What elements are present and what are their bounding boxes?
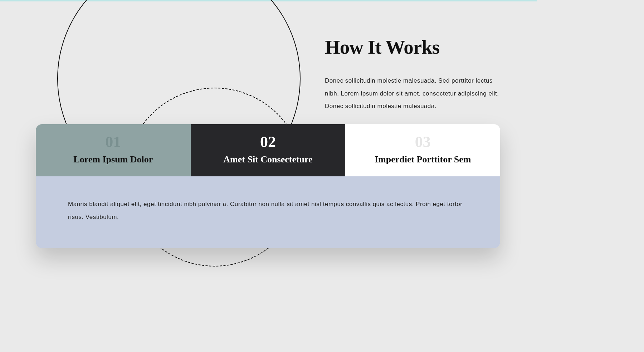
section-description: Donec sollicitudin molestie malesuada. S… bbox=[325, 74, 504, 113]
tab-number: 03 bbox=[349, 134, 497, 150]
tab-number: 01 bbox=[39, 134, 187, 150]
tab-content-panel: Mauris blandit aliquet elit, eget tincid… bbox=[36, 176, 500, 248]
section-title: How It Works bbox=[325, 36, 504, 58]
tab-number: 02 bbox=[194, 134, 342, 150]
tab-title: Lorem Ipsum Dolor bbox=[39, 154, 187, 165]
tab-title: Amet Sit Consecteture bbox=[194, 154, 342, 165]
tab-title: Imperdiet Porttitor Sem bbox=[349, 154, 497, 165]
tab-step-2[interactable]: 02 Amet Sit Consecteture bbox=[191, 124, 346, 176]
tab-step-1[interactable]: 01 Lorem Ipsum Dolor bbox=[36, 124, 191, 176]
tab-content-text: Mauris blandit aliquet elit, eget tincid… bbox=[68, 198, 468, 223]
tabs-row: 01 Lorem Ipsum Dolor 02 Amet Sit Consect… bbox=[36, 124, 500, 176]
tab-step-3[interactable]: 03 Imperdiet Porttitor Sem bbox=[345, 124, 500, 176]
how-it-works-card: 01 Lorem Ipsum Dolor 02 Amet Sit Consect… bbox=[36, 124, 500, 248]
heading-block: How It Works Donec sollicitudin molestie… bbox=[325, 36, 504, 113]
